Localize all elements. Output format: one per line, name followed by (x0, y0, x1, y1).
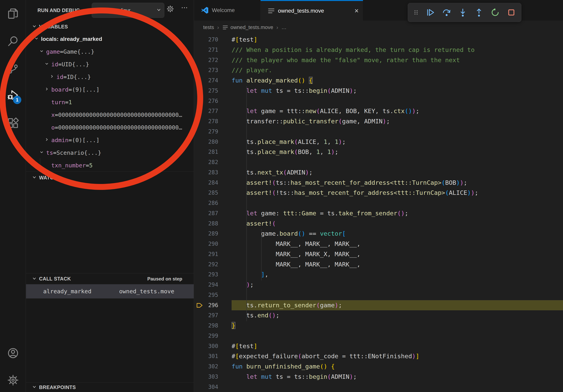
line-number[interactable]: 289 (194, 229, 231, 239)
code-line[interactable]: 302fun burn_unfinished_game() { (194, 361, 563, 372)
code-line[interactable]: 299 (194, 331, 563, 341)
extensions-icon[interactable] (0, 112, 26, 134)
line-number[interactable]: 276 (194, 96, 231, 106)
call-stack-frame[interactable]: already_marked owned_tests.move (26, 284, 194, 299)
variable-row[interactable]: locals: already_marked (26, 33, 194, 45)
code-line[interactable]: 280 ts.place_mark(ALICE, 1, 1); (194, 137, 563, 147)
code-line[interactable]: 287 let game: ttt::Game = ts.take_from_s… (194, 208, 563, 219)
line-number[interactable]: 279 (194, 127, 231, 137)
line-number[interactable]: 291 (194, 249, 231, 259)
variable-row[interactable]: id = ID{...} (26, 71, 194, 83)
line-number[interactable]: 274 (194, 75, 231, 86)
run-and-debug-icon[interactable]: 1 (0, 84, 26, 106)
code-line[interactable]: 289 game.board() == vector[ (194, 229, 563, 239)
line-number[interactable]: 294 (194, 280, 231, 290)
line-number[interactable]: 282 (194, 157, 231, 167)
code-line[interactable]: 278 transfer::public_transfer(game, ADMI… (194, 116, 563, 127)
source-control-icon[interactable] (0, 57, 26, 79)
line-number[interactable]: 293 (194, 269, 231, 280)
line-number[interactable]: 271 (194, 45, 231, 55)
variable-row[interactable]: admin = (0)[...] (26, 134, 194, 146)
explorer-icon[interactable] (0, 3, 26, 25)
line-number[interactable]: 275 (194, 86, 231, 96)
line-number[interactable]: 281 (194, 147, 231, 157)
line-number[interactable]: 292 (194, 259, 231, 270)
variable-row[interactable]: o = 00000000000000000000000000000000000… (26, 121, 194, 134)
code-line[interactable]: 293 ], (194, 269, 563, 280)
code-line[interactable]: 282 (194, 157, 563, 167)
variable-row[interactable]: game = Game{...} (26, 45, 194, 58)
breadcrumb-symbol[interactable]: … (281, 24, 286, 30)
code-line[interactable]: 285 assert!(!ts::has_most_recent_for_add… (194, 188, 563, 198)
tab-owned-tests[interactable]: owned_tests.move × (261, 0, 363, 21)
code-line[interactable]: 303 let mut ts = ts::begin(ADMIN); (194, 372, 563, 382)
line-number[interactable]: 290 (194, 239, 231, 249)
restart-button[interactable] (490, 7, 500, 18)
line-number[interactable]: 300 (194, 341, 231, 351)
line-number[interactable]: 286 (194, 198, 231, 208)
code-line[interactable]: 286 (194, 198, 563, 208)
line-number[interactable]: 295 (194, 290, 231, 300)
line-number[interactable]: 288 (194, 219, 231, 229)
line-number[interactable]: 301 (194, 351, 231, 361)
debug-config-dropdown[interactable]: No Configur (92, 3, 164, 18)
close-icon[interactable]: × (355, 7, 359, 14)
code-line[interactable]: 300#[test] (194, 341, 563, 351)
line-number[interactable]: 296 (194, 300, 231, 311)
line-number[interactable]: 297 (194, 310, 231, 321)
account-icon[interactable] (0, 342, 26, 364)
line-number[interactable]: 284 (194, 178, 231, 188)
call-stack-section-header[interactable]: CALL STACK Paused on step (26, 273, 194, 284)
code-line[interactable]: 292 MARK__, MARK__, MARK__, (194, 259, 563, 270)
line-number[interactable]: 277 (194, 106, 231, 116)
breakpoints-section-header[interactable]: BREAKPOINTS (26, 382, 194, 392)
code-line[interactable]: 273/// player. (194, 65, 563, 75)
watch-section-header[interactable]: WATCH (26, 172, 194, 183)
continue-button[interactable] (425, 7, 435, 18)
line-number[interactable]: 270 (194, 35, 231, 45)
stop-button[interactable] (506, 7, 516, 18)
tab-welcome[interactable]: Welcome (194, 0, 261, 21)
code-line[interactable]: 298} (194, 321, 563, 331)
code-line[interactable]: 297 ts.end(); (194, 310, 563, 321)
code-line[interactable]: 288 assert!( (194, 219, 563, 229)
variable-row[interactable]: board = (9)[...] (26, 83, 194, 96)
more-actions-icon[interactable]: ⋯ (181, 3, 188, 12)
breadcrumb-file[interactable]: owned_tests.move (230, 24, 273, 30)
breadcrumb-folder[interactable]: tests (203, 24, 214, 30)
code-line[interactable]: 275 let mut ts = ts::begin(ADMIN); (194, 86, 563, 96)
settings-gear-icon[interactable] (0, 369, 26, 391)
code-line[interactable]: 284 assert!(ts::has_most_recent_for_addr… (194, 178, 563, 188)
code-line[interactable]: 294 ); (194, 280, 563, 290)
code-line[interactable]: 296 ts.return_to_sender(game); (194, 300, 563, 311)
gear-icon[interactable] (166, 5, 174, 14)
code-line[interactable]: 291 MARK__, MARK_X, MARK__, (194, 249, 563, 259)
variable-row[interactable]: ts = Scenario{...} (26, 146, 194, 159)
drag-grip-icon[interactable] (413, 7, 419, 18)
line-number[interactable]: 283 (194, 167, 231, 178)
step-out-button[interactable] (474, 7, 484, 18)
line-number[interactable]: 303 (194, 372, 231, 382)
code-line[interactable]: 283 ts.next_tx(ADMIN); (194, 167, 563, 178)
code-line[interactable]: 277 let game = ttt::new(ALICE, BOB, KEY,… (194, 106, 563, 116)
step-into-button[interactable] (458, 7, 468, 18)
code-line[interactable]: 270#[test] (194, 35, 563, 45)
variables-section-header[interactable]: VARIABLES (26, 21, 194, 33)
search-icon[interactable] (0, 30, 26, 52)
code-line[interactable]: 272/// the player who made the "false" m… (194, 55, 563, 65)
variable-row[interactable]: turn = 1 (26, 96, 194, 109)
variable-row[interactable]: txn_number = 5 (26, 159, 194, 172)
code-line[interactable]: 271/// When a position is already marked… (194, 45, 563, 55)
variable-row[interactable]: x = 00000000000000000000000000000000000… (26, 109, 194, 121)
code-line[interactable]: 281 ts.place_mark(BOB, 1, 1); (194, 147, 563, 157)
code-line[interactable]: 274fun already_marked() { (194, 75, 563, 86)
line-number[interactable]: 273 (194, 65, 231, 75)
line-number[interactable]: 298 (194, 321, 231, 331)
line-number[interactable]: 272 (194, 55, 231, 65)
code-line[interactable]: 295 (194, 290, 563, 300)
line-number[interactable]: 304 (194, 382, 231, 392)
variable-row[interactable]: id = UID{...} (26, 58, 194, 71)
step-over-button[interactable] (441, 7, 452, 18)
line-number[interactable]: 278 (194, 116, 231, 127)
code-line[interactable]: 279 (194, 127, 563, 137)
